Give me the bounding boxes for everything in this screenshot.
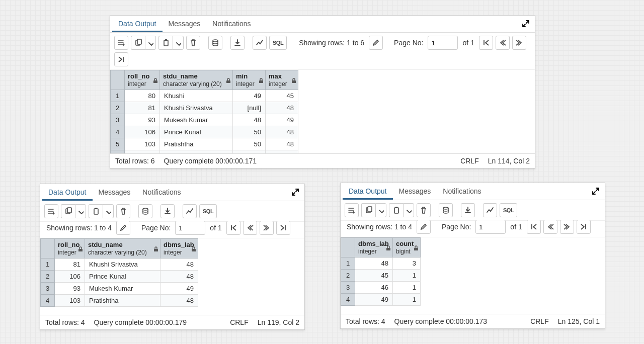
data-cell[interactable]: 3 (393, 257, 421, 270)
table-row[interactable]: 281Khushi Srivastva[null]48 (111, 102, 298, 114)
last-page-button[interactable] (114, 52, 128, 66)
data-cell[interactable]: 48 (266, 126, 298, 138)
paste-dropdown[interactable] (103, 204, 114, 218)
data-cell[interactable]: 48 (160, 259, 198, 271)
data-cell[interactable]: Prince Kunal (85, 271, 160, 283)
page-number-input[interactable] (428, 36, 458, 50)
table-row[interactable]: 180Khushi4945 (111, 90, 298, 102)
column-header[interactable]: countbigint (393, 238, 421, 257)
last-page-button[interactable] (276, 221, 290, 235)
copy-dropdown[interactable] (145, 36, 156, 50)
table-row[interactable]: 2451 (341, 270, 421, 282)
copy-dropdown[interactable] (375, 203, 386, 217)
edit-rows-button[interactable] (417, 220, 431, 234)
data-cell[interactable]: 48 (160, 295, 198, 307)
data-cell[interactable]: 49 (233, 90, 266, 102)
data-cell[interactable]: 46 (355, 282, 393, 294)
paste-dropdown[interactable] (173, 36, 184, 50)
table-row[interactable]: 4491 (341, 294, 421, 306)
data-cell[interactable]: Khushi (160, 90, 233, 102)
data-cell[interactable]: 81 (55, 259, 85, 271)
tab-data-output[interactable]: Data Output (112, 16, 163, 32)
download-button[interactable] (230, 36, 245, 50)
first-page-button[interactable] (527, 220, 541, 234)
next-page-button[interactable] (260, 221, 274, 235)
column-header[interactable]: maxinteger (266, 70, 298, 90)
table-row[interactable]: 5103Pratishtha5048 (111, 138, 298, 150)
tab-messages[interactable]: Messages (393, 183, 437, 200)
data-cell[interactable]: 80 (125, 90, 160, 102)
data-cell[interactable]: 49 (266, 114, 298, 126)
data-cell[interactable]: 48 (266, 102, 298, 114)
data-cell[interactable]: 48 (266, 138, 298, 150)
data-cell[interactable]: Pratishtha (160, 138, 233, 150)
column-header[interactable]: stdu_namecharacter varying (20) (160, 70, 233, 90)
copy-button[interactable] (361, 203, 375, 217)
prev-page-button[interactable] (496, 36, 510, 50)
graph-button[interactable] (483, 203, 497, 217)
data-cell[interactable]: Mukesh Kumar (160, 114, 233, 126)
table-row[interactable]: 4103Pratishtha48 (41, 295, 198, 307)
expand-icon[interactable] (592, 187, 601, 196)
sql-button[interactable]: SQL (500, 203, 517, 217)
paste-dropdown[interactable] (403, 203, 414, 217)
data-cell[interactable]: Prince Kunal (160, 126, 233, 138)
page-number-input[interactable] (475, 220, 506, 234)
delete-button[interactable] (186, 36, 200, 50)
tab-data-output[interactable]: Data Output (343, 183, 393, 200)
sql-button[interactable]: SQL (269, 36, 287, 50)
tab-messages[interactable]: Messages (93, 184, 137, 201)
data-cell[interactable]: 93 (125, 114, 160, 126)
column-header[interactable]: dbms_labinteger (355, 238, 393, 257)
data-cell[interactable]: 48 (233, 114, 266, 126)
column-header[interactable]: dbms_labinteger (160, 239, 198, 259)
data-cell[interactable]: 1 (393, 270, 421, 282)
table-row[interactable]: 393Mukesh Kumar4849 (111, 114, 298, 126)
sql-button[interactable]: SQL (199, 204, 217, 218)
paste-button[interactable] (89, 204, 103, 218)
data-grid[interactable]: roll_nointegerstdu_namecharacter varying… (40, 238, 304, 315)
data-cell[interactable]: Pratishtha (85, 295, 160, 307)
data-cell[interactable]: 49 (355, 294, 393, 306)
paste-button[interactable] (158, 36, 173, 50)
data-cell[interactable]: 106 (55, 271, 85, 283)
page-number-input[interactable] (175, 221, 205, 235)
data-cell[interactable]: 103 (125, 138, 160, 150)
data-cell[interactable]: [null] (233, 102, 266, 114)
expand-icon[interactable] (291, 188, 300, 197)
data-grid[interactable]: dbms_labintegercountbigint14832451346144… (341, 237, 605, 314)
data-cell[interactable]: 50 (233, 126, 266, 138)
data-cell[interactable]: 48 (160, 271, 198, 283)
data-cell[interactable]: Khushi Srivastva (160, 102, 233, 114)
data-grid[interactable]: roll_nointegerstdu_namecharacter varying… (110, 70, 535, 153)
data-cell[interactable]: Mukesh Kumar (85, 283, 160, 295)
data-cell[interactable]: 45 (266, 90, 298, 102)
copy-button[interactable] (131, 36, 145, 50)
data-cell[interactable]: 81 (125, 102, 160, 114)
tab-notifications[interactable]: Notifications (437, 183, 487, 200)
prev-page-button[interactable] (243, 221, 257, 235)
edit-rows-button[interactable] (116, 221, 130, 235)
data-cell[interactable]: 49 (160, 283, 198, 295)
prev-page-button[interactable] (543, 220, 557, 234)
copy-dropdown[interactable] (75, 204, 86, 218)
table-row[interactable]: 4106Prince Kunal5048 (111, 126, 298, 138)
data-cell[interactable]: 103 (55, 295, 85, 307)
table-row[interactable]: 393Mukesh Kumar49 (41, 283, 198, 295)
first-page-button[interactable] (479, 36, 493, 50)
tab-notifications[interactable]: Notifications (206, 16, 257, 32)
column-header[interactable]: mininteger (233, 70, 266, 90)
last-page-button[interactable] (577, 220, 591, 234)
tab-data-output[interactable]: Data Output (42, 184, 93, 201)
data-cell[interactable]: 50 (233, 138, 266, 150)
data-cell[interactable]: 1 (393, 294, 421, 306)
data-cell[interactable]: 1 (393, 282, 421, 294)
first-page-button[interactable] (226, 221, 240, 235)
column-header[interactable]: roll_nointeger (125, 70, 160, 90)
tab-messages[interactable]: Messages (163, 16, 207, 32)
add-row-button[interactable] (345, 203, 359, 217)
data-cell[interactable]: 93 (55, 283, 85, 295)
save-data-button[interactable] (208, 36, 222, 50)
expand-icon[interactable] (522, 20, 531, 29)
table-row[interactable]: 2106Prince Kunal48 (41, 271, 198, 283)
